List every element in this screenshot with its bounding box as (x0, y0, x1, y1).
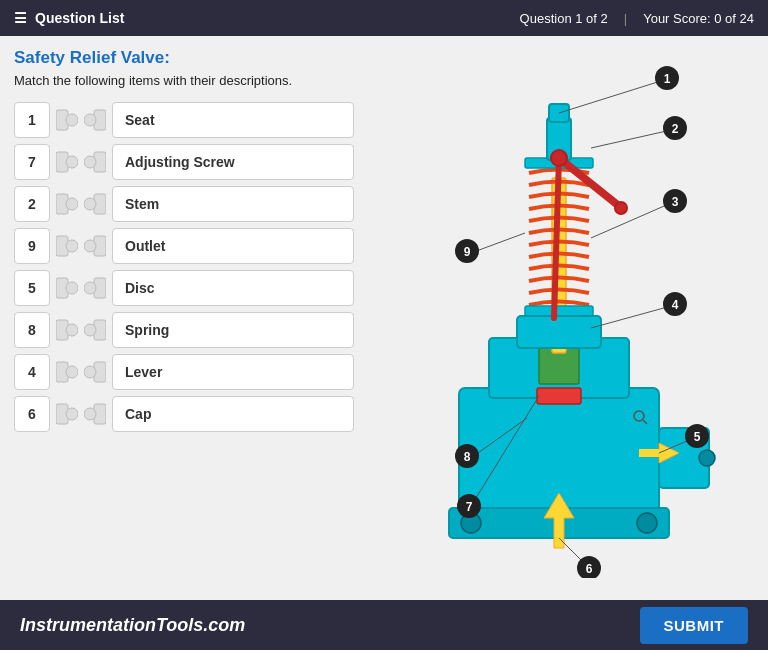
svg-point-17 (66, 282, 78, 294)
header-right: Question 1 of 2 | Your Score: 0 of 24 (520, 11, 754, 26)
item-row: 2Stem (14, 186, 354, 222)
svg-text:3: 3 (672, 195, 679, 209)
puzzle-left-connector (56, 102, 78, 138)
puzzle-left-connector (56, 312, 78, 348)
svg-point-11 (84, 198, 96, 210)
question-list-label[interactable]: Question List (35, 10, 124, 26)
item-number: 5 (14, 270, 50, 306)
item-number: 6 (14, 396, 50, 432)
svg-text:2: 2 (672, 122, 679, 136)
item-row: 5Disc (14, 270, 354, 306)
svg-point-15 (84, 240, 96, 252)
svg-point-13 (66, 240, 78, 252)
item-label[interactable]: Spring (112, 312, 354, 348)
puzzle-right-connector (84, 228, 106, 264)
item-label[interactable]: Lever (112, 354, 354, 390)
header-left: ☰ Question List (14, 10, 124, 26)
question-description: Match the following items with their des… (14, 72, 354, 90)
item-number: 2 (14, 186, 50, 222)
svg-text:8: 8 (464, 450, 471, 464)
svg-point-1 (66, 114, 78, 126)
item-row: 8Spring (14, 312, 354, 348)
items-list: 1Seat7Adjusting Screw2Stem9Outlet5Disc8S… (14, 102, 354, 432)
svg-point-3 (84, 114, 96, 126)
item-row: 9Outlet (14, 228, 354, 264)
right-panel: 1 2 3 4 5 6 7 (364, 48, 754, 588)
svg-point-31 (84, 408, 96, 420)
puzzle-left-connector (56, 396, 78, 432)
svg-point-5 (66, 156, 78, 168)
header-divider: | (624, 11, 627, 26)
menu-icon[interactable]: ☰ (14, 10, 27, 26)
puzzle-left-connector (56, 270, 78, 306)
item-number: 9 (14, 228, 50, 264)
svg-text:4: 4 (672, 298, 679, 312)
svg-point-19 (84, 282, 96, 294)
item-label[interactable]: Disc (112, 270, 354, 306)
question-title: Safety Relief Valve: (14, 48, 354, 68)
item-label[interactable]: Cap (112, 396, 354, 432)
puzzle-left-connector (56, 354, 78, 390)
score-info: Your Score: 0 of 24 (643, 11, 754, 26)
svg-point-9 (66, 198, 78, 210)
svg-text:5: 5 (694, 430, 701, 444)
svg-text:7: 7 (466, 500, 473, 514)
puzzle-left-connector (56, 144, 78, 180)
item-row: 7Adjusting Screw (14, 144, 354, 180)
question-info: Question 1 of 2 (520, 11, 608, 26)
svg-line-55 (559, 80, 664, 113)
puzzle-right-connector (84, 102, 106, 138)
item-number: 1 (14, 102, 50, 138)
puzzle-right-connector (84, 354, 106, 390)
svg-line-57 (591, 203, 671, 238)
puzzle-right-connector (84, 312, 106, 348)
item-number: 8 (14, 312, 50, 348)
puzzle-right-connector (84, 186, 106, 222)
item-number: 4 (14, 354, 50, 390)
svg-point-7 (84, 156, 96, 168)
item-label[interactable]: Stem (112, 186, 354, 222)
item-row: 6Cap (14, 396, 354, 432)
puzzle-right-connector (84, 144, 106, 180)
svg-point-25 (66, 366, 78, 378)
puzzle-left-connector (56, 228, 78, 264)
puzzle-right-connector (84, 396, 106, 432)
item-row: 4Lever (14, 354, 354, 390)
footer-brand: InstrumentationTools.com (20, 615, 245, 636)
svg-point-27 (84, 366, 96, 378)
svg-point-35 (637, 513, 657, 533)
submit-button[interactable]: SUBMIT (640, 607, 749, 644)
svg-point-21 (66, 324, 78, 336)
svg-line-63 (471, 233, 525, 253)
item-number: 7 (14, 144, 50, 180)
svg-text:6: 6 (586, 562, 593, 576)
svg-point-37 (699, 450, 715, 466)
svg-point-54 (615, 202, 627, 214)
svg-text:9: 9 (464, 245, 471, 259)
svg-point-53 (551, 150, 567, 166)
svg-rect-48 (517, 316, 601, 348)
item-label[interactable]: Seat (112, 102, 354, 138)
header: ☰ Question List Question 1 of 2 | Your S… (0, 0, 768, 36)
puzzle-left-connector (56, 186, 78, 222)
main-content: Safety Relief Valve: Match the following… (0, 36, 768, 600)
item-row: 1Seat (14, 102, 354, 138)
svg-line-58 (591, 306, 671, 328)
footer: InstrumentationTools.com SUBMIT (0, 600, 768, 650)
svg-text:1: 1 (664, 72, 671, 86)
item-label[interactable]: Outlet (112, 228, 354, 264)
left-panel: Safety Relief Valve: Match the following… (14, 48, 354, 588)
puzzle-right-connector (84, 270, 106, 306)
content-area: Safety Relief Valve: Match the following… (0, 36, 768, 600)
svg-point-29 (66, 408, 78, 420)
svg-line-56 (591, 130, 671, 148)
svg-rect-40 (639, 449, 661, 457)
item-label[interactable]: Adjusting Screw (112, 144, 354, 180)
valve-diagram: 1 2 3 4 5 6 7 (399, 58, 719, 578)
svg-point-23 (84, 324, 96, 336)
svg-rect-42 (537, 388, 581, 404)
